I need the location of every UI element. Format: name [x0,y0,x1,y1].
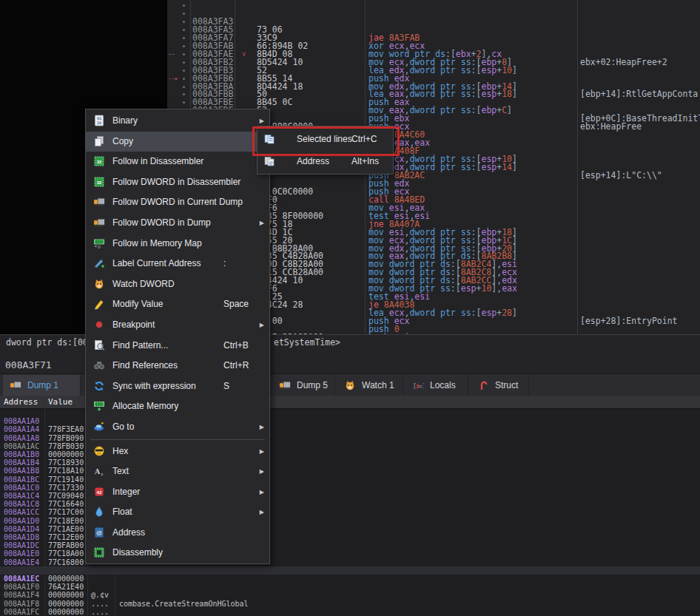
menu-item-shortcut: : [223,258,226,268]
disassembly-row[interactable]: 008A3FA7 66:894B 02 mov word ptr ds:[ebx… [167,18,700,26]
menu-item-label: Breakpoint [112,319,155,330]
svg-text:01: 01 [97,116,101,121]
breakpoint-dot-icon[interactable] [183,45,185,47]
disassembly-row[interactable]: 008A3FC0 E8 980C0000 call 8A4C60 [167,98,700,106]
dump-row[interactable]: 008AA1F8 00000000 .... [0,591,700,599]
menu-item-sync-with-expression[interactable]: Sync with expression S [86,376,269,397]
tab-label: Dump 1 [27,380,58,390]
menu-item-follow-in-disassembler[interactable]: 32 Follow in Disassembler [86,152,269,172]
menu-item-label: Copy [112,136,133,146]
menu-item-follow-in-memory-map[interactable]: Follow in Memory Map [86,234,269,254]
menu-item-label: Follow DWORD in Disassembler [112,177,240,187]
menu-item-label: Binary [112,115,138,126]
breakpoint-dot-icon[interactable] [183,53,185,55]
menu-item-modify-value[interactable]: Modify Value Space [86,294,269,315]
menu-item-label: Float [112,507,132,517]
dump-truck-icon [93,196,105,208]
context-menu: 0110 Binary ▶ Copy 32 Follow in Disassem… [85,109,270,564]
tab-struct[interactable]: Struct [471,375,529,396]
breakpoint-dot-icon[interactable] [183,101,185,104]
hex-icon [93,445,105,457]
disassembly-row[interactable]: 008A3FA3 73 06 jae 8A3FAB --∨ [167,1,700,10]
breakpoint-dot-icon[interactable] [183,21,185,23]
tab-locals[interactable]: [x=] Locals [405,375,468,396]
menu-item-hex[interactable]: Hex ▶ [86,441,269,462]
breakpoint-dot-icon[interactable] [183,78,185,80]
disassembly-row[interactable]: 008A3FB6 8D4424 18 lea eax,dword ptr ss:… [167,58,700,67]
svg-text:10: 10 [97,121,101,125]
menu-item-disassembly[interactable]: Disassembly [86,543,269,563]
svg-text:A: A [95,467,101,475]
menu-item-go-to[interactable]: Go to ▶ [86,417,269,438]
menu-item-label: Find References [112,360,178,370]
breakpoint-dot-icon[interactable] [183,86,185,88]
menu-item-integer[interactable]: 42 Integer ▶ [86,482,269,503]
breakpoint-dot-icon[interactable] [183,4,185,7]
dump-row[interactable]: 008AA1F4 00000000 .... [0,583,700,591]
dump-row[interactable]: 008AA1EC 76A21E40 @.¢v combase.CreateStr… [0,566,700,575]
breakpoint-dot-icon[interactable] [183,29,185,31]
disassembly-row[interactable]: 008A3FBF 51 push ecx [167,90,700,98]
breakpoint-dot-icon[interactable] [183,61,185,64]
menu-item-label-current-address[interactable]: Label Current Address : [86,254,269,274]
disassembly-row[interactable]: 008A3FBA 50 push eax [167,67,700,75]
disassembly-row[interactable]: 008A3FBB 8B45 0C mov eax,dword ptr ss:[e… [167,75,700,83]
menu-item-watch-dword[interactable]: Watch DWORD [86,274,269,295]
svg-text:@: @ [269,160,273,165]
menu-item-float[interactable]: Float ▶ [86,502,269,523]
menu-item-label: Address [112,527,145,538]
disassembly-icon [93,546,105,558]
breakpoint-dot-icon[interactable] [183,37,185,39]
svg-text:@: @ [96,529,102,536]
menu-item-label: Go to [112,422,134,432]
watch-icon [344,379,356,391]
disassembly-row[interactable]: 008A3FB2 52 push edx [167,42,700,50]
tab-dump-1[interactable]: Dump 1 [3,375,81,396]
disassembler-icon: 32 [93,176,105,188]
float-icon [93,506,105,518]
menu-item-label: Allocate Memory [112,401,178,411]
menu-item-label: Follow in Memory Map [112,238,202,248]
submenu-item-address[interactable]: @ Address Alt+Ins [258,150,393,172]
menu-item-find-pattern[interactable]: Find Pattern... Ctrl+B [86,336,269,356]
svg-text:=]: =] [419,383,424,390]
tab-dump-5[interactable]: Dump 5 [272,375,335,396]
copy-address-icon: @ [263,155,275,167]
menu-item-shortcut: Ctrl+R [223,360,249,370]
menu-item-label: Label Current Address [112,258,201,268]
submenu-arrow-icon: ▶ [260,424,264,430]
menu-item-find-references[interactable]: Find References Ctrl+R [86,356,269,376]
svg-text:32: 32 [97,180,102,184]
find-references-icon [93,359,105,371]
submenu-item-selected-lines[interactable]: Selected lines Ctrl+C [258,128,393,150]
submenu-arrow-icon: ▶ [260,118,264,124]
menu-item-copy[interactable]: Copy [86,132,269,152]
submenu-item-label: Address [297,156,329,166]
submenu-arrow-icon: ▶ [260,468,264,475]
text-icon: Az [93,465,105,477]
menu-item-follow-dword-in-disassembler[interactable]: 32 Follow DWORD in Disassembler [86,172,269,193]
watch-icon [93,278,105,290]
breakpoint-dot-icon[interactable] [183,13,185,15]
tab-watch-1[interactable]: Watch 1 [337,375,403,396]
tab-label: Struct [495,380,518,390]
dump-row[interactable]: 008AA200 00000000 .... [0,608,700,616]
menu-item-binary[interactable]: 0110 Binary ▶ [86,111,269,132]
disassembly-row[interactable]: 008A3FA5 33C9 xor ecx,ecx [167,10,700,18]
disassembly-row[interactable]: 008A3FBE 53 push ebx ebx:HeapFree [167,83,700,91]
disassembly-row[interactable]: 008A3FB3 8B55 14 mov edx,dword ptr ss:[e… [167,50,700,58]
menu-item-text[interactable]: Az Text ▶ [86,461,269,482]
menu-item-breakpoint[interactable]: Breakpoint ▶ [86,315,269,336]
menu-item-follow-dword-in-current-dump[interactable]: Follow DWORD in Current Dump [86,192,269,213]
breakpoint-dot-icon[interactable] [183,93,185,95]
dump-row[interactable]: 008AA1FC 005C003A :.\. [0,600,700,608]
breakpoint-dot-icon[interactable] [183,70,185,72]
menu-item-allocate-memory[interactable]: Allocate Memory [86,396,269,417]
status-address: 008A3F71 [5,359,52,370]
dump-row[interactable]: 008AA1F0 00000000 .... [0,575,700,583]
menu-item-address[interactable]: @ Address [86,523,269,544]
disassembly-row[interactable]: 008A3FAB 8B4D 08 mov ecx,dword ptr ss:[e… [167,26,700,34]
menu-item-follow-dword-in-dump[interactable]: Follow DWORD in Dump ▶ [86,213,269,234]
disassembly-row[interactable]: 008A3FAE 8D5424 10 lea edx,dword ptr ss:… [167,34,700,42]
allocate-memory-icon [93,400,105,412]
